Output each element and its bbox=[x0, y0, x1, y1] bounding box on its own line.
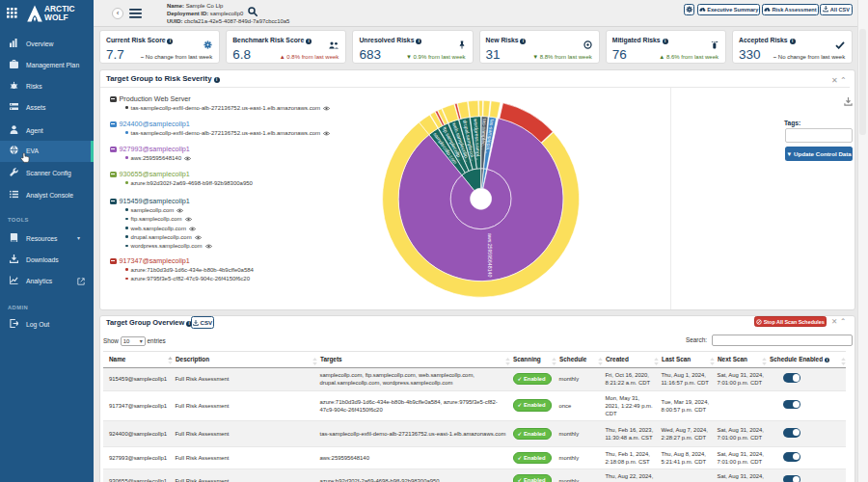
svg-text:aws:259595648140: aws:259595648140 bbox=[487, 233, 493, 277]
